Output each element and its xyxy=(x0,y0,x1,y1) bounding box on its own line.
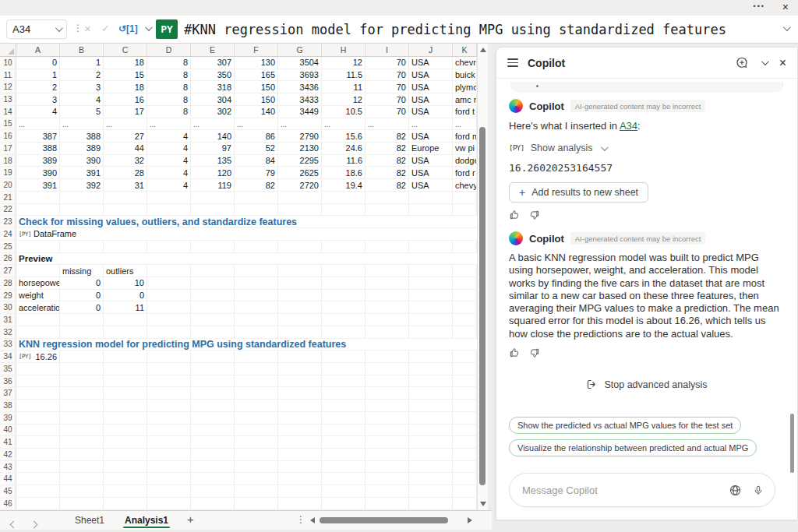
column-header[interactable]: E xyxy=(191,44,235,56)
grid-cell[interactable]: 387 xyxy=(16,130,60,142)
row-header[interactable]: 29 xyxy=(0,290,16,301)
grid-cell[interactable] xyxy=(453,290,477,301)
grid-cell[interactable] xyxy=(104,314,147,326)
grid-cell[interactable] xyxy=(60,314,104,326)
grid-cell[interactable] xyxy=(322,351,365,362)
grid-cell[interactable] xyxy=(191,449,235,460)
grid-cell[interactable] xyxy=(16,449,60,460)
row-header[interactable]: 41 xyxy=(0,436,16,448)
grid-cell[interactable]: 2130 xyxy=(278,143,322,154)
row-header[interactable]: 15 xyxy=(0,118,16,130)
grid-cell[interactable]: 82 xyxy=(365,143,409,154)
grid-cell[interactable] xyxy=(191,314,235,326)
message-input[interactable] xyxy=(521,484,729,497)
grid-cell[interactable] xyxy=(235,412,278,424)
grid-cell[interactable] xyxy=(278,204,322,216)
grid-cell[interactable]: acceleratio xyxy=(16,301,60,313)
grid-cell[interactable] xyxy=(147,375,191,387)
grid-cell[interactable] xyxy=(60,351,104,362)
grid-cell[interactable] xyxy=(322,473,365,484)
grid-cell[interactable] xyxy=(278,436,322,448)
grid-cell[interactable] xyxy=(191,277,235,289)
grid-cell[interactable] xyxy=(16,387,60,399)
grid-cell[interactable] xyxy=(278,449,322,460)
insert-function-icon[interactable]: ↺[1] xyxy=(118,23,138,34)
grid-cell[interactable]: 15 xyxy=(104,69,147,81)
grid-cell[interactable] xyxy=(409,301,453,313)
grid-cell[interactable]: ... xyxy=(16,118,60,130)
grid-cell[interactable] xyxy=(191,192,235,203)
grid-cell[interactable] xyxy=(147,485,191,497)
sheet-tab-analysis1[interactable]: Analysis1 xyxy=(120,511,173,530)
grid-cell[interactable]: 82 xyxy=(235,179,278,191)
name-box[interactable]: A34 xyxy=(6,19,67,39)
grid-cell[interactable]: ... xyxy=(147,118,191,130)
grid-cell[interactable] xyxy=(409,277,453,289)
column-header[interactable]: G xyxy=(278,44,322,56)
grid-cell[interactable] xyxy=(147,436,191,448)
close-panel-icon[interactable]: × xyxy=(779,57,786,69)
grid-cell[interactable] xyxy=(278,363,322,375)
grid-cell[interactable]: missing xyxy=(60,265,104,277)
grid-cell[interactable] xyxy=(365,473,409,484)
grid-cell[interactable]: 8 xyxy=(147,57,191,69)
grid-cell[interactable] xyxy=(453,412,477,424)
grid-cell[interactable]: 391 xyxy=(16,179,60,191)
grid-cell[interactable] xyxy=(147,400,191,411)
grid-cell[interactable] xyxy=(16,241,60,252)
grid-cell[interactable] xyxy=(147,204,191,216)
grid-cell[interactable]: buick xyxy=(453,69,477,81)
grid-cell[interactable] xyxy=(322,498,365,509)
grid-cell[interactable] xyxy=(322,461,365,473)
cancel-icon[interactable]: × xyxy=(84,22,91,35)
grid-cell[interactable]: 4 xyxy=(147,130,191,142)
grid-cell[interactable]: 350 xyxy=(191,69,235,81)
grid-cell[interactable]: 15.6 xyxy=(322,130,365,142)
grid-cell[interactable] xyxy=(409,400,453,411)
grid-cell[interactable]: 70 xyxy=(365,69,409,81)
grid-cell[interactable] xyxy=(322,363,365,375)
grid-cell[interactable]: 304 xyxy=(191,93,235,105)
row-header[interactable]: 20 xyxy=(0,179,16,191)
grid-cell[interactable] xyxy=(278,277,322,289)
stop-advanced-analysis-button[interactable]: Stop advanced analysis xyxy=(509,379,785,390)
next-sheet-icon[interactable] xyxy=(31,516,37,523)
grid-cell[interactable]: 2720 xyxy=(278,179,322,191)
grid-cell[interactable]: 2625 xyxy=(278,167,322,178)
grid-cell[interactable]: USA xyxy=(409,167,453,178)
grid-cell[interactable] xyxy=(409,485,453,497)
row-header[interactable]: 30 xyxy=(0,301,16,313)
grid-cell[interactable]: 10 xyxy=(104,277,147,289)
column-header[interactable]: I xyxy=(365,44,409,56)
grid-cell[interactable] xyxy=(191,326,235,338)
column-header[interactable]: B xyxy=(60,44,104,56)
microphone-icon[interactable] xyxy=(753,484,764,497)
grid-cell[interactable] xyxy=(365,363,409,375)
grid-cell[interactable]: 3 xyxy=(16,93,60,105)
prev-sheet-icon[interactable] xyxy=(11,516,17,523)
grid-cell[interactable] xyxy=(16,375,60,387)
grid-cell[interactable] xyxy=(60,412,104,424)
grid-cell[interactable]: 12 xyxy=(322,57,365,69)
sheet-menu-icon[interactable]: ⋮ xyxy=(296,514,305,525)
row-header[interactable]: 34 xyxy=(0,351,16,362)
grid-cell[interactable] xyxy=(365,301,409,313)
column-header[interactable]: K xyxy=(453,44,477,56)
column-header[interactable]: H xyxy=(322,44,365,56)
panel-scroll-thumb[interactable] xyxy=(790,414,794,473)
grid-cell[interactable] xyxy=(322,485,365,497)
grid-cell[interactable]: horsepowe xyxy=(16,277,60,289)
grid-cell[interactable]: 70 xyxy=(365,106,409,118)
grid-cell[interactable] xyxy=(235,290,278,301)
grid-cell[interactable] xyxy=(191,400,235,411)
grid-cell[interactable] xyxy=(104,473,147,484)
grid-cell[interactable] xyxy=(147,461,191,473)
grid-cell[interactable]: 82 xyxy=(365,179,409,191)
menu-icon[interactable] xyxy=(507,58,518,67)
grid-cell[interactable]: 3436 xyxy=(278,81,322,93)
grid-cell[interactable] xyxy=(365,277,409,289)
grid-cell[interactable] xyxy=(235,436,278,448)
grid-cell[interactable] xyxy=(147,265,191,277)
grid-vertical-scrollbar[interactable] xyxy=(477,44,488,510)
grid-cell[interactable] xyxy=(322,326,365,338)
